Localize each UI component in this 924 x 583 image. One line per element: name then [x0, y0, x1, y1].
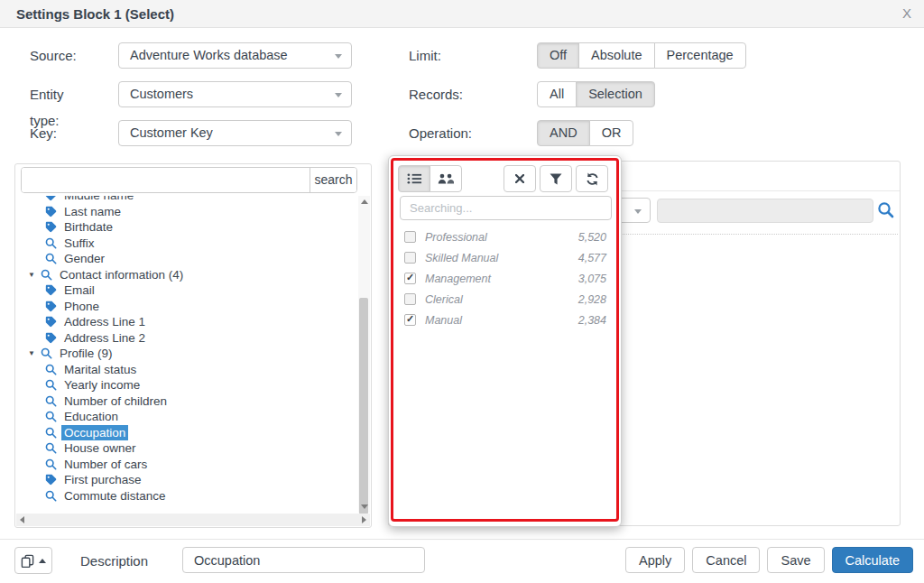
- records-label: Records:: [409, 81, 463, 107]
- tree-item-house-owner[interactable]: House owner: [17, 440, 357, 457]
- value-item-label: Clerical: [425, 293, 578, 306]
- tree-item-label: Address Line 2: [61, 330, 148, 347]
- close-icon: [515, 174, 524, 183]
- value-item-management[interactable]: Management3,075: [389, 268, 621, 289]
- tree-item-middle-name[interactable]: Middle name: [17, 196, 357, 204]
- close-icon[interactable]: X: [899, 5, 915, 21]
- tag-icon: [45, 474, 57, 486]
- limit-option-absolute[interactable]: Absolute: [578, 42, 654, 69]
- tree-item-label: Number of children: [61, 393, 170, 410]
- operation-option-or[interactable]: OR: [589, 120, 634, 146]
- search-icon: [45, 395, 57, 407]
- value-item-count: 2,384: [578, 314, 606, 327]
- tag-icon: [45, 316, 57, 328]
- checkbox[interactable]: [404, 314, 416, 326]
- tree-item-number-of-cars[interactable]: Number of cars: [17, 457, 357, 473]
- tree-item-education[interactable]: Education: [17, 409, 357, 425]
- value-item-count: 4,577: [578, 252, 606, 264]
- list-view-icon: [407, 172, 422, 185]
- search-icon: [45, 442, 57, 454]
- source-select[interactable]: Adventure Works database: [118, 42, 352, 69]
- tree-item-label: Address Line 1: [61, 314, 148, 330]
- tree-item-gender[interactable]: Gender: [17, 251, 357, 267]
- filter-button[interactable]: [540, 165, 572, 192]
- value-search-input[interactable]: [400, 196, 612, 220]
- limit-option-off[interactable]: Off: [537, 42, 579, 69]
- tree-item-suffix[interactable]: Suffix: [17, 236, 357, 252]
- records-option-selection[interactable]: Selection: [576, 81, 655, 107]
- tree-item-label: Gender: [61, 251, 107, 267]
- attribute-tree: Middle nameLast nameBirthdateSuffixGende…: [17, 196, 357, 513]
- tree-item-profile-9[interactable]: ▼Profile (9): [17, 346, 357, 362]
- tree-item-label: Last name: [61, 204, 124, 220]
- description-input[interactable]: [182, 547, 425, 573]
- refresh-button[interactable]: [576, 165, 608, 192]
- tree-item-number-of-children[interactable]: Number of children: [17, 393, 357, 410]
- value-item-skilled-manual[interactable]: Skilled Manual4,577: [389, 247, 621, 268]
- cancel-button[interactable]: Cancel: [692, 547, 760, 573]
- value-item-label: Management: [425, 273, 578, 285]
- tree-item-label: Number of cars: [61, 457, 150, 473]
- limit-label: Limit:: [409, 42, 441, 69]
- chevron-down-icon[interactable]: ▼: [28, 346, 41, 362]
- tree-item-first-purchase[interactable]: First purchase: [17, 472, 357, 488]
- checkbox[interactable]: [404, 252, 416, 264]
- clear-selection-button[interactable]: [504, 165, 536, 192]
- value-list: Professional5,520Skilled Manual4,577Mana…: [389, 227, 621, 330]
- group-view-button[interactable]: [430, 165, 462, 192]
- checkbox[interactable]: [404, 293, 416, 305]
- group-view-icon: [438, 172, 454, 185]
- attribute-search-input[interactable]: [22, 168, 310, 192]
- page-title: Settings Block 1 (Select): [16, 6, 174, 22]
- value-item-manual[interactable]: Manual2,384: [389, 310, 621, 330]
- chevron-down-icon: [634, 209, 642, 214]
- scroll-left-icon[interactable]: [20, 516, 24, 523]
- calculate-button[interactable]: Calculate: [832, 547, 913, 573]
- tree-item-last-name[interactable]: Last name: [17, 204, 357, 220]
- search-icon[interactable]: [877, 201, 894, 222]
- checkbox[interactable]: [404, 231, 416, 243]
- key-select-value: Customer Key: [130, 125, 213, 140]
- scroll-up-icon[interactable]: [361, 199, 368, 204]
- save-button[interactable]: Save: [767, 547, 824, 573]
- search-icon: [45, 458, 57, 470]
- tree-item-address-line-1[interactable]: Address Line 1: [17, 314, 357, 330]
- copy-block-button[interactable]: [14, 547, 52, 574]
- tree-item-commute-distance[interactable]: Commute distance: [17, 488, 357, 504]
- chevron-down-icon[interactable]: ▼: [28, 267, 41, 283]
- tree-item-label: Commute distance: [61, 488, 169, 504]
- tag-icon: [45, 221, 57, 233]
- scroll-down-icon[interactable]: [361, 504, 368, 509]
- records-option-all[interactable]: All: [537, 81, 577, 107]
- tree-item-yearly-income[interactable]: Yearly income: [17, 377, 357, 393]
- tree-vertical-scrollbar[interactable]: [358, 196, 370, 513]
- tree-item-label: Middle name: [61, 196, 136, 204]
- tree-item-label: Contact information (4): [57, 267, 186, 283]
- value-item-clerical[interactable]: Clerical2,928: [389, 289, 621, 310]
- checkbox[interactable]: [404, 273, 416, 284]
- search-icon: [41, 347, 52, 359]
- apply-button[interactable]: Apply: [625, 547, 685, 573]
- source-label: Source:: [30, 42, 77, 69]
- limit-option-percentage[interactable]: Percentage: [654, 42, 746, 69]
- tree-item-birthdate[interactable]: Birthdate: [17, 219, 357, 236]
- attribute-search-button[interactable]: search: [310, 168, 356, 192]
- tree-horizontal-scrollbar[interactable]: [16, 514, 370, 526]
- tree-item-contact-information-4[interactable]: ▼Contact information (4): [17, 267, 357, 283]
- tree-item-marital-status[interactable]: Marital status: [17, 362, 357, 378]
- key-select[interactable]: Customer Key: [118, 120, 352, 146]
- tree-item-address-line-2[interactable]: Address Line 2: [17, 330, 357, 347]
- tree-item-email[interactable]: Email: [17, 282, 357, 299]
- tree-item-occupation[interactable]: Occupation: [17, 425, 357, 441]
- list-view-button[interactable]: [398, 165, 430, 192]
- tree-item-phone[interactable]: Phone: [17, 299, 357, 315]
- value-item-professional[interactable]: Professional5,520: [389, 227, 621, 247]
- scroll-right-icon[interactable]: [362, 516, 366, 523]
- tag-icon: [45, 332, 57, 344]
- tag-icon: [45, 301, 57, 312]
- value-item-count: 5,520: [578, 231, 606, 244]
- entity-type-select[interactable]: Customers: [118, 81, 352, 107]
- scrollbar-thumb[interactable]: [359, 298, 368, 514]
- selection-search-input[interactable]: [657, 199, 873, 223]
- operation-option-and[interactable]: AND: [537, 120, 590, 146]
